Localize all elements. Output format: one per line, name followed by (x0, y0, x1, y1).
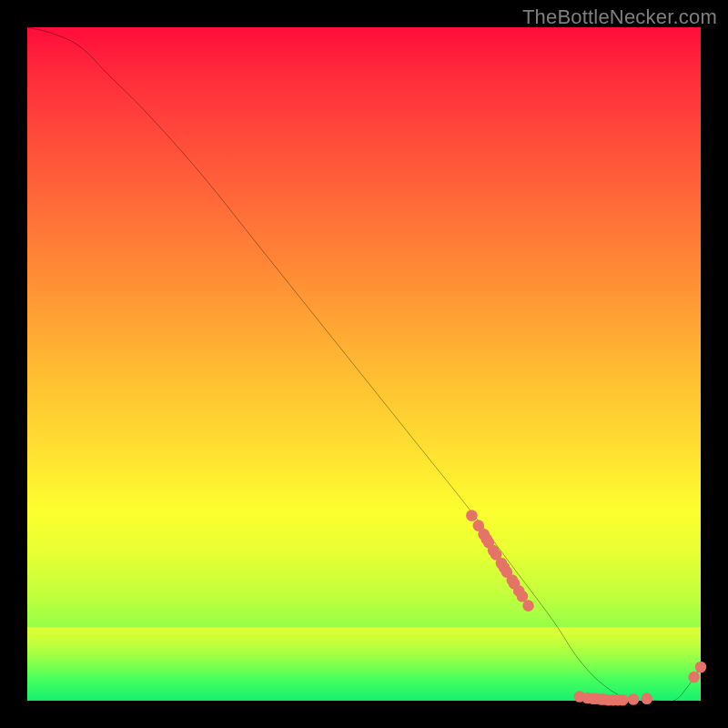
chart-svg (27, 27, 701, 701)
marker-dot (642, 693, 653, 704)
marker-dot (628, 693, 640, 705)
watermark-text: TheBottleNecker.com (522, 5, 717, 29)
marker-dot (688, 672, 700, 683)
marker-dot (466, 510, 478, 521)
marker-dot (517, 591, 529, 602)
marker-dot (617, 694, 629, 706)
bottleneck-curve-line (27, 27, 701, 702)
marker-dot (695, 662, 707, 673)
plot-area (27, 27, 701, 701)
curve-markers (466, 510, 706, 705)
marker-dot (522, 600, 534, 612)
chart-stage: TheBottleNecker.com (0, 0, 728, 728)
